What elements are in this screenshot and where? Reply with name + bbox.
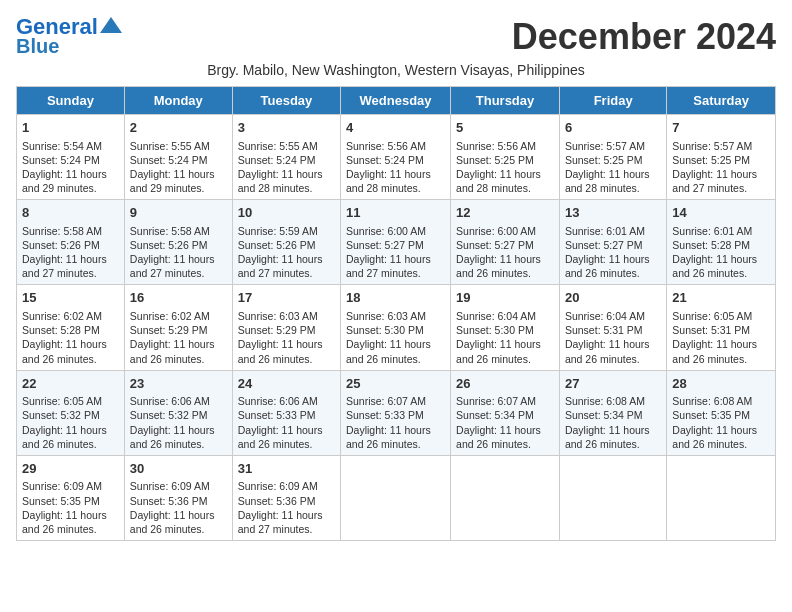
calendar-cell: 26Sunrise: 6:07 AMSunset: 5:34 PMDayligh… [451, 370, 560, 455]
day-number: 21 [672, 289, 770, 307]
sunset-text: Sunset: 5:30 PM [456, 324, 534, 336]
calendar-cell: 31Sunrise: 6:09 AMSunset: 5:36 PMDayligh… [232, 455, 340, 540]
day-number: 5 [456, 119, 554, 137]
calendar-cell: 25Sunrise: 6:07 AMSunset: 5:33 PMDayligh… [341, 370, 451, 455]
day-number: 31 [238, 460, 335, 478]
sunrise-text: Sunrise: 5:58 AM [22, 225, 102, 237]
sunrise-text: Sunrise: 6:04 AM [565, 310, 645, 322]
col-header-tuesday: Tuesday [232, 87, 340, 115]
sunrise-text: Sunrise: 6:02 AM [130, 310, 210, 322]
sunrise-text: Sunrise: 6:04 AM [456, 310, 536, 322]
day-number: 11 [346, 204, 445, 222]
sunset-text: Sunset: 5:29 PM [238, 324, 316, 336]
sunrise-text: Sunrise: 5:54 AM [22, 140, 102, 152]
daylight-text: Daylight: 11 hours and 28 minutes. [238, 168, 323, 194]
sunset-text: Sunset: 5:25 PM [672, 154, 750, 166]
sunset-text: Sunset: 5:28 PM [672, 239, 750, 251]
daylight-text: Daylight: 11 hours and 28 minutes. [346, 168, 431, 194]
sunset-text: Sunset: 5:35 PM [22, 495, 100, 507]
calendar-cell: 20Sunrise: 6:04 AMSunset: 5:31 PMDayligh… [559, 285, 666, 370]
calendar-cell: 15Sunrise: 6:02 AMSunset: 5:28 PMDayligh… [17, 285, 125, 370]
calendar-cell: 17Sunrise: 6:03 AMSunset: 5:29 PMDayligh… [232, 285, 340, 370]
day-number: 17 [238, 289, 335, 307]
sunrise-text: Sunrise: 6:07 AM [456, 395, 536, 407]
daylight-text: Daylight: 11 hours and 26 minutes. [346, 338, 431, 364]
sunrise-text: Sunrise: 5:56 AM [346, 140, 426, 152]
calendar-cell: 19Sunrise: 6:04 AMSunset: 5:30 PMDayligh… [451, 285, 560, 370]
calendar-cell: 13Sunrise: 6:01 AMSunset: 5:27 PMDayligh… [559, 200, 666, 285]
day-number: 13 [565, 204, 661, 222]
sunrise-text: Sunrise: 6:01 AM [672, 225, 752, 237]
sunrise-text: Sunrise: 6:09 AM [130, 480, 210, 492]
calendar-cell: 8Sunrise: 5:58 AMSunset: 5:26 PMDaylight… [17, 200, 125, 285]
daylight-text: Daylight: 11 hours and 26 minutes. [22, 338, 107, 364]
sunrise-text: Sunrise: 6:07 AM [346, 395, 426, 407]
calendar-cell: 23Sunrise: 6:06 AMSunset: 5:32 PMDayligh… [124, 370, 232, 455]
col-header-saturday: Saturday [667, 87, 776, 115]
calendar-cell: 24Sunrise: 6:06 AMSunset: 5:33 PMDayligh… [232, 370, 340, 455]
day-number: 28 [672, 375, 770, 393]
sunset-text: Sunset: 5:35 PM [672, 409, 750, 421]
sunset-text: Sunset: 5:27 PM [456, 239, 534, 251]
sunset-text: Sunset: 5:32 PM [130, 409, 208, 421]
daylight-text: Daylight: 11 hours and 26 minutes. [130, 509, 215, 535]
daylight-text: Daylight: 11 hours and 27 minutes. [238, 509, 323, 535]
day-number: 7 [672, 119, 770, 137]
subtitle: Brgy. Mabilo, New Washington, Western Vi… [16, 62, 776, 78]
day-number: 22 [22, 375, 119, 393]
calendar-cell: 5Sunrise: 5:56 AMSunset: 5:25 PMDaylight… [451, 115, 560, 200]
day-number: 1 [22, 119, 119, 137]
day-number: 24 [238, 375, 335, 393]
day-number: 14 [672, 204, 770, 222]
col-header-wednesday: Wednesday [341, 87, 451, 115]
sunset-text: Sunset: 5:24 PM [346, 154, 424, 166]
day-number: 6 [565, 119, 661, 137]
col-header-friday: Friday [559, 87, 666, 115]
sunset-text: Sunset: 5:32 PM [22, 409, 100, 421]
day-number: 2 [130, 119, 227, 137]
day-number: 10 [238, 204, 335, 222]
sunset-text: Sunset: 5:26 PM [238, 239, 316, 251]
day-number: 19 [456, 289, 554, 307]
sunset-text: Sunset: 5:26 PM [130, 239, 208, 251]
calendar-cell: 29Sunrise: 6:09 AMSunset: 5:35 PMDayligh… [17, 455, 125, 540]
day-number: 27 [565, 375, 661, 393]
sunset-text: Sunset: 5:26 PM [22, 239, 100, 251]
logo-subtext: Blue [16, 36, 59, 56]
calendar-cell: 11Sunrise: 6:00 AMSunset: 5:27 PMDayligh… [341, 200, 451, 285]
sunrise-text: Sunrise: 5:55 AM [238, 140, 318, 152]
daylight-text: Daylight: 11 hours and 26 minutes. [565, 338, 650, 364]
daylight-text: Daylight: 11 hours and 26 minutes. [130, 338, 215, 364]
sunset-text: Sunset: 5:36 PM [130, 495, 208, 507]
day-number: 23 [130, 375, 227, 393]
sunrise-text: Sunrise: 6:05 AM [672, 310, 752, 322]
calendar-cell: 28Sunrise: 6:08 AMSunset: 5:35 PMDayligh… [667, 370, 776, 455]
sunrise-text: Sunrise: 5:59 AM [238, 225, 318, 237]
sunrise-text: Sunrise: 6:09 AM [238, 480, 318, 492]
calendar-cell: 1Sunrise: 5:54 AMSunset: 5:24 PMDaylight… [17, 115, 125, 200]
daylight-text: Daylight: 11 hours and 26 minutes. [346, 424, 431, 450]
sunrise-text: Sunrise: 6:06 AM [238, 395, 318, 407]
day-number: 8 [22, 204, 119, 222]
calendar-cell: 2Sunrise: 5:55 AMSunset: 5:24 PMDaylight… [124, 115, 232, 200]
sunset-text: Sunset: 5:33 PM [346, 409, 424, 421]
sunrise-text: Sunrise: 6:08 AM [672, 395, 752, 407]
sunrise-text: Sunrise: 6:01 AM [565, 225, 645, 237]
sunrise-text: Sunrise: 6:06 AM [130, 395, 210, 407]
calendar-cell: 12Sunrise: 6:00 AMSunset: 5:27 PMDayligh… [451, 200, 560, 285]
calendar-cell: 21Sunrise: 6:05 AMSunset: 5:31 PMDayligh… [667, 285, 776, 370]
daylight-text: Daylight: 11 hours and 26 minutes. [672, 253, 757, 279]
sunrise-text: Sunrise: 6:09 AM [22, 480, 102, 492]
daylight-text: Daylight: 11 hours and 26 minutes. [565, 253, 650, 279]
sunrise-text: Sunrise: 6:08 AM [565, 395, 645, 407]
calendar-cell: 18Sunrise: 6:03 AMSunset: 5:30 PMDayligh… [341, 285, 451, 370]
sunset-text: Sunset: 5:29 PM [130, 324, 208, 336]
daylight-text: Daylight: 11 hours and 28 minutes. [456, 168, 541, 194]
sunset-text: Sunset: 5:25 PM [565, 154, 643, 166]
calendar-cell: 30Sunrise: 6:09 AMSunset: 5:36 PMDayligh… [124, 455, 232, 540]
calendar-cell: 22Sunrise: 6:05 AMSunset: 5:32 PMDayligh… [17, 370, 125, 455]
logo: General Blue [16, 16, 122, 56]
daylight-text: Daylight: 11 hours and 26 minutes. [672, 424, 757, 450]
day-number: 25 [346, 375, 445, 393]
sunset-text: Sunset: 5:24 PM [130, 154, 208, 166]
